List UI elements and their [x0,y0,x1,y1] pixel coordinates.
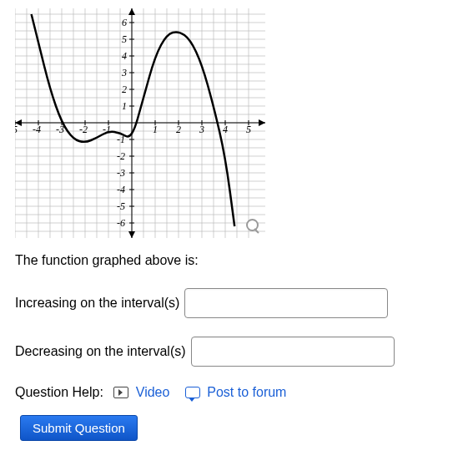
submit-button[interactable]: Submit Question [20,415,138,441]
svg-text:3: 3 [199,124,204,135]
magnify-icon[interactable] [245,218,260,233]
svg-text:-5: -5 [117,200,125,212]
video-link[interactable]: Video [136,385,170,399]
svg-text:2: 2 [176,124,181,135]
increasing-label: Increasing on the interval(s) [15,296,179,311]
help-label: Question Help: [15,385,103,399]
increasing-input[interactable] [184,288,388,318]
svg-text:-5: -5 [15,124,18,135]
video-icon [113,387,128,398]
svg-text:-2: -2 [79,124,88,135]
svg-text:-2: -2 [117,150,125,162]
svg-text:-4: -4 [117,184,125,195]
svg-marker-53 [128,8,135,15]
svg-text:1: 1 [153,124,158,135]
decreasing-input[interactable] [191,337,395,367]
decreasing-label: Decreasing on the interval(s) [15,344,186,359]
svg-text:-6: -6 [117,217,125,229]
svg-text:-4: -4 [33,124,41,135]
svg-text:2: 2 [122,84,127,95]
svg-marker-51 [259,119,265,126]
svg-text:4: 4 [122,50,127,62]
svg-text:5: 5 [246,124,251,135]
svg-text:6: 6 [122,17,127,28]
function-graph: -5-4-3-2-112345 -6-5-4-3-2-1123456 [15,8,265,238]
question-prompt: The function graphed above is: [15,253,453,268]
forum-link[interactable]: Post to forum [207,385,286,399]
svg-text:3: 3 [121,67,127,78]
svg-text:1: 1 [122,100,127,112]
svg-text:5: 5 [122,33,127,45]
forum-icon [185,387,200,398]
svg-marker-54 [128,231,135,238]
svg-text:4: 4 [223,124,228,135]
svg-text:-3: -3 [117,167,125,179]
